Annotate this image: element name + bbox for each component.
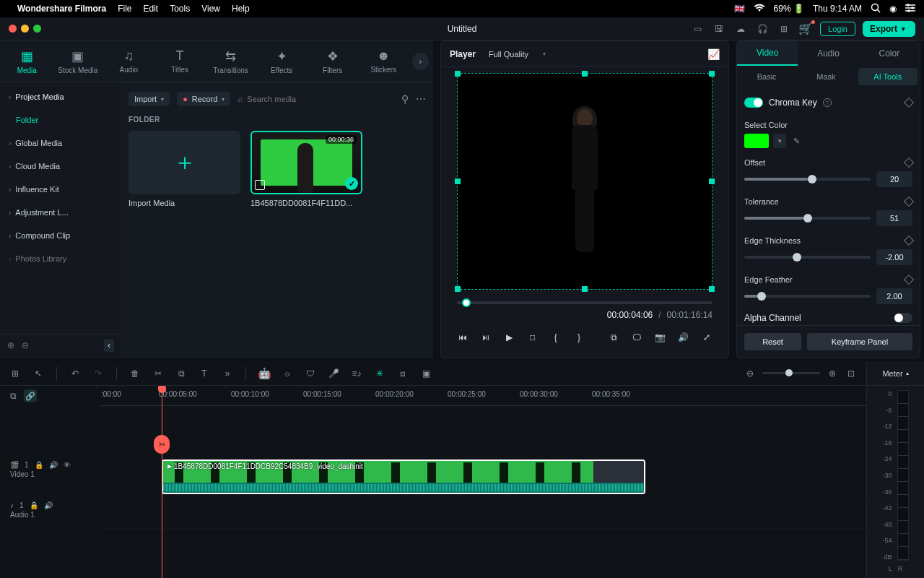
timeline-ruler[interactable]: :00:00 00:00:05:00 00:00:10:00 00:00:15:… bbox=[101, 386, 866, 406]
menu-view[interactable]: View bbox=[201, 4, 220, 14]
chroma-key-toggle[interactable] bbox=[744, 98, 763, 108]
sidebar-project-media[interactable]: Project Media bbox=[0, 85, 121, 108]
control-center-icon[interactable] bbox=[905, 4, 915, 14]
audio-track-header[interactable]: ♪1🔒🔊 Audio 1 bbox=[0, 497, 101, 529]
eyedropper-icon[interactable]: ✎ bbox=[793, 137, 800, 146]
mute-icon[interactable]: 🔊 bbox=[44, 501, 53, 509]
brightness-icon[interactable]: ☼ bbox=[281, 368, 294, 379]
new-folder-icon[interactable]: ⊕ bbox=[7, 340, 14, 350]
keyframe-diamond-icon[interactable] bbox=[904, 98, 914, 108]
compare-icon[interactable]: ⧉ bbox=[608, 331, 619, 344]
text-icon[interactable]: T bbox=[198, 368, 211, 379]
close-button[interactable] bbox=[9, 25, 17, 33]
sidebar-cloud-media[interactable]: Cloud Media bbox=[0, 155, 121, 178]
keyframe-diamond-icon[interactable] bbox=[904, 158, 914, 168]
save-icon[interactable]: 🖫 bbox=[712, 22, 726, 36]
sidebar-global-media[interactable]: Global Media bbox=[0, 131, 121, 155]
crop-icon[interactable]: ⧉ bbox=[175, 368, 188, 379]
apps-icon[interactable]: ⊞ bbox=[777, 22, 791, 36]
inspector-tab-video[interactable]: Video bbox=[737, 41, 798, 66]
transform-handle[interactable] bbox=[455, 178, 461, 184]
scrub-handle[interactable] bbox=[462, 298, 471, 307]
volume-icon[interactable]: 🔊 bbox=[678, 331, 689, 344]
keyframe-diamond-icon[interactable] bbox=[904, 275, 914, 285]
transform-handle[interactable] bbox=[582, 71, 588, 77]
maximize-button[interactable] bbox=[33, 25, 41, 33]
tab-transitions[interactable]: ⇆Transitions bbox=[208, 44, 253, 79]
more-icon[interactable]: ⋯ bbox=[416, 93, 426, 105]
export-button[interactable]: Export▾ bbox=[863, 21, 915, 37]
menu-file[interactable]: File bbox=[118, 4, 131, 14]
siri-icon[interactable]: ◉ bbox=[889, 4, 897, 14]
shield-icon[interactable]: 🛡 bbox=[304, 368, 317, 379]
import-media-tile[interactable]: ＋ bbox=[128, 131, 240, 194]
search-input[interactable] bbox=[247, 95, 394, 103]
ai-icon[interactable]: 🤖 bbox=[258, 367, 271, 380]
sidebar-photos-library[interactable]: Photos Library bbox=[0, 247, 121, 270]
tab-media[interactable]: ▦Media bbox=[4, 44, 50, 79]
redo-icon[interactable]: ↷ bbox=[92, 368, 105, 379]
edge-feather-slider[interactable] bbox=[744, 295, 871, 298]
subtab-basic[interactable]: Basic bbox=[737, 66, 796, 87]
prev-frame-icon[interactable]: ⏮ bbox=[457, 331, 468, 344]
playhead[interactable] bbox=[162, 386, 162, 578]
tab-audio[interactable]: ♫Audio bbox=[106, 44, 152, 79]
sidebar-influence-kit[interactable]: Influence Kit bbox=[0, 178, 121, 201]
fullscreen-icon[interactable]: ⤢ bbox=[701, 331, 712, 344]
scrub-track[interactable] bbox=[457, 301, 712, 304]
link-tracks-icon[interactable]: 🔗 bbox=[24, 389, 37, 402]
media-clip-thumbnail[interactable]: 00:00:36 ✓ bbox=[250, 131, 362, 194]
keyframe-diamond-icon[interactable] bbox=[904, 197, 914, 207]
mute-icon[interactable]: 🔊 bbox=[49, 461, 58, 469]
camera-icon[interactable]: ⧈ bbox=[396, 368, 409, 379]
trash-folder-icon[interactable]: ⊖ bbox=[22, 340, 29, 350]
offset-slider[interactable] bbox=[744, 178, 871, 181]
player-viewport[interactable] bbox=[457, 73, 712, 290]
frame-icon[interactable]: ▣ bbox=[419, 368, 432, 379]
login-button[interactable]: Login bbox=[820, 22, 855, 36]
subtab-ai-tools[interactable]: AI Tools bbox=[858, 68, 918, 85]
visibility-icon[interactable]: 👁 bbox=[64, 461, 71, 469]
display-mode-icon[interactable]: 🖵 bbox=[631, 331, 642, 344]
transform-handle[interactable] bbox=[455, 286, 461, 292]
record-dropdown[interactable]: ●Record▾ bbox=[177, 92, 230, 106]
edge-thickness-slider[interactable] bbox=[744, 256, 871, 259]
mark-in-icon[interactable]: { bbox=[550, 331, 562, 344]
zoom-fit-icon[interactable]: ⊡ bbox=[845, 368, 858, 379]
tab-titles[interactable]: TTitles bbox=[157, 44, 203, 79]
snapshot-icon[interactable]: 📷 bbox=[655, 331, 666, 344]
spotlight-icon[interactable] bbox=[871, 3, 881, 15]
inspector-tab-audio[interactable]: Audio bbox=[798, 41, 858, 66]
quality-dropdown[interactable]: Full Quality▾ bbox=[489, 50, 546, 59]
sidebar-folder[interactable]: Folder bbox=[0, 108, 121, 131]
flag-icon[interactable]: 🇬🇧 bbox=[734, 4, 745, 14]
menu-help[interactable]: Help bbox=[232, 4, 250, 14]
scissors-icon[interactable]: ✂ bbox=[152, 368, 165, 379]
edge-thickness-value[interactable]: -2.00 bbox=[876, 249, 912, 265]
transform-handle[interactable] bbox=[455, 71, 461, 77]
tolerance-value[interactable]: 51 bbox=[876, 210, 912, 226]
display-icon[interactable]: ▭ bbox=[690, 22, 705, 36]
lock-icon[interactable]: 🔒 bbox=[35, 461, 43, 469]
sidebar-adjustment-layer[interactable]: Adjustment L... bbox=[0, 201, 121, 224]
transform-handle[interactable] bbox=[709, 178, 715, 184]
cart-icon[interactable]: 🛒 bbox=[798, 22, 813, 36]
video-track-header[interactable]: 🎬1🔒🔊👁 Video 1 bbox=[0, 457, 101, 497]
pointer-icon[interactable]: ↖ bbox=[32, 368, 45, 379]
bug-icon[interactable]: ✳ bbox=[373, 368, 386, 379]
music-icon[interactable]: ≡♪ bbox=[350, 368, 363, 379]
zoom-out-icon[interactable]: ⊖ bbox=[744, 368, 757, 379]
transform-handle[interactable] bbox=[709, 71, 715, 77]
cloud-icon[interactable]: ☁ bbox=[733, 22, 748, 36]
tab-filters[interactable]: ❖Filters bbox=[310, 44, 355, 79]
play-icon[interactable]: ▶ bbox=[503, 331, 515, 344]
collapse-sidebar-icon[interactable]: ‹ bbox=[104, 339, 114, 352]
keyframe-diamond-icon[interactable] bbox=[904, 236, 914, 246]
headphones-icon[interactable]: 🎧 bbox=[755, 22, 770, 36]
reset-button[interactable]: Reset bbox=[744, 333, 801, 350]
sidebar-compound-clip[interactable]: Compound Clip bbox=[0, 224, 121, 247]
edge-feather-value[interactable]: 2.00 bbox=[876, 288, 912, 304]
timeline-video-clip[interactable]: 1B45878DD0081F4F11DDCB92C54834B9_video_d… bbox=[162, 460, 645, 494]
alpha-channel-toggle[interactable] bbox=[894, 313, 912, 323]
tab-stock-media[interactable]: ▣Stock Media bbox=[56, 44, 101, 79]
